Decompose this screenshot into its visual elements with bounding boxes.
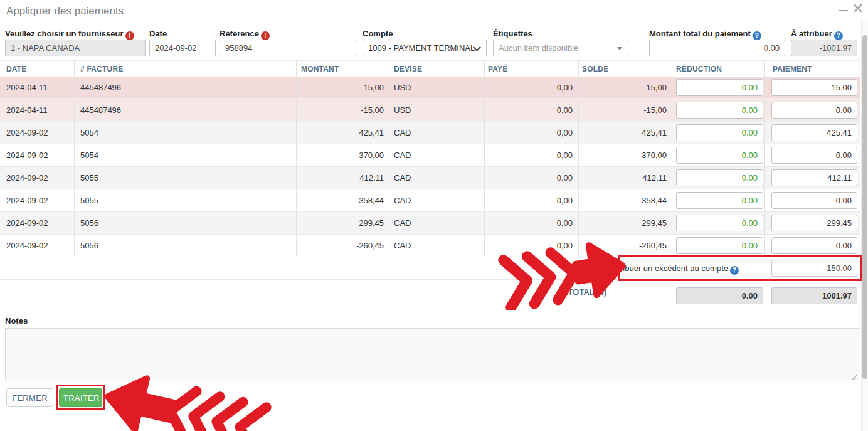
cell-paye: 0,00 (484, 77, 573, 99)
supplier-field (5, 40, 146, 56)
reduction-input[interactable] (676, 147, 763, 164)
table-row: 2024-09-02 5054 425,41 CAD 0,00 425,41 (0, 122, 860, 144)
help-icon[interactable]: ? (834, 31, 843, 40)
cell-solde: 299,45 (578, 212, 667, 235)
reduction-input[interactable] (676, 124, 763, 141)
cell-montant: 15,00 (301, 77, 384, 99)
cell-solde: -358,44 (578, 189, 667, 212)
account-label: Compte (363, 29, 393, 38)
total-row: TOTAL (4) (0, 280, 860, 309)
cell-facture: 445487496 (80, 77, 287, 99)
to-allocate-field (791, 40, 857, 56)
cell-devise: CAD (394, 167, 457, 189)
cell-date: 2024-09-02 (6, 144, 71, 167)
cell-montant: 299,45 (301, 212, 384, 235)
cell-solde: 425,41 (578, 122, 667, 144)
reduction-input[interactable] (676, 79, 763, 96)
page-title: Appliquer des paiements (6, 5, 124, 18)
surplus-input[interactable] (771, 260, 857, 277)
table-row: 2024-09-02 5055 -358,44 CAD 0,00 -358,44 (0, 189, 860, 212)
cell-date: 2024-09-02 (6, 235, 71, 257)
help-icon[interactable]: ? (730, 266, 739, 275)
total-reduction-field (676, 287, 763, 304)
cell-montant: -260,45 (301, 235, 384, 257)
cell-paye: 0,00 (484, 122, 573, 144)
paiement-input[interactable] (771, 215, 857, 231)
cell-facture: 5056 (80, 235, 287, 257)
cell-facture: 5056 (80, 212, 287, 235)
table-row: 2024-09-02 5056 -260,45 CAD 0,00 -260,45 (0, 235, 860, 257)
cell-montant: 412,11 (301, 167, 384, 189)
reference-field[interactable] (220, 40, 356, 56)
table-row: 2024-09-02 5055 412,11 CAD 0,00 412,11 (0, 167, 860, 189)
grid-line (389, 60, 389, 257)
cell-facture: 5054 (80, 144, 287, 167)
cell-devise: USD (394, 99, 457, 122)
cell-date: 2024-04-11 (6, 99, 71, 122)
cell-solde: -260,45 (578, 235, 667, 257)
account-select[interactable]: 1009 - PAYMENT TERMINAL (363, 40, 487, 56)
close-icon[interactable]: ✕ (850, 1, 865, 16)
paiement-input[interactable] (771, 147, 857, 164)
cell-date: 2024-09-02 (6, 167, 71, 189)
fermer-button[interactable]: FERMER (6, 388, 53, 407)
paiement-input[interactable] (771, 102, 857, 119)
reduction-input[interactable] (676, 215, 763, 231)
col-reduction: RÉDUCTION (676, 61, 722, 77)
table-bottom-border (0, 309, 860, 309)
table-row: 2024-09-02 5054 -370,00 CAD 0,00 -370,00 (0, 144, 860, 167)
cell-devise: CAD (394, 144, 457, 167)
cell-devise: CAD (394, 235, 457, 257)
cell-facture: 5054 (80, 122, 287, 144)
traiter-button[interactable]: TRAITER (59, 388, 102, 407)
required-icon: ! (125, 31, 134, 40)
grid-line (74, 60, 75, 257)
cell-montant: -15,00 (301, 99, 384, 122)
cell-montant: -370,00 (301, 144, 384, 167)
notes-textarea[interactable] (5, 328, 859, 381)
reduction-input[interactable] (676, 169, 763, 186)
surplus-row: Attribuer un excédent au compte? (0, 257, 860, 280)
cell-paye: 0,00 (484, 99, 573, 122)
paiement-input[interactable] (771, 237, 857, 254)
resize-handle-icon[interactable] (852, 375, 857, 380)
col-paiement: PAIEMENT (773, 61, 812, 77)
help-icon[interactable]: ? (753, 31, 761, 40)
cell-montant: 425,41 (301, 122, 384, 144)
tags-label: Étiquettes (493, 29, 532, 38)
paiement-input[interactable] (771, 169, 857, 186)
paiement-input[interactable] (771, 79, 857, 96)
cell-devise: CAD (394, 122, 457, 144)
table-row: 2024-04-11 445487496 -15,00 USD 0,00 -15… (0, 99, 860, 122)
col-date: DATE (6, 61, 27, 77)
tags-select: Aucun item disponible (493, 40, 628, 56)
cell-facture: 445487496 (80, 99, 287, 122)
total-amount-field[interactable] (649, 40, 785, 56)
reduction-input[interactable] (676, 102, 763, 119)
total-amount-label: Montant total du paiement? (649, 29, 761, 40)
to-allocate-label: À attribuer? (791, 29, 843, 40)
invoice-table-header: DATE # FACTURE MONTANT DEVISE PAYÉ SOLDE… (0, 60, 860, 78)
cell-devise: CAD (394, 212, 457, 235)
cell-date: 2024-09-02 (6, 212, 71, 235)
cell-devise: USD (394, 77, 457, 99)
table-row: 2024-04-11 445487496 15,00 USD 0,00 15,0… (0, 77, 860, 99)
reduction-input[interactable] (676, 237, 763, 254)
grid-line (578, 60, 579, 257)
paiement-input[interactable] (771, 124, 857, 141)
paiement-input[interactable] (771, 192, 857, 209)
total-paiement-field (771, 287, 857, 304)
date-field[interactable] (149, 40, 216, 56)
minimize-icon[interactable] (839, 10, 848, 11)
cell-paye: 0,00 (484, 189, 573, 212)
cell-date: 2024-09-02 (6, 189, 71, 212)
reduction-input[interactable] (676, 192, 763, 209)
cell-paye: 0,00 (484, 235, 573, 257)
col-paye: PAYÉ (488, 61, 508, 77)
date-label: Date (149, 29, 167, 38)
scrollbar-thumb[interactable] (862, 35, 867, 379)
cell-solde: -370,00 (578, 144, 667, 167)
col-devise: DEVISE (394, 61, 422, 77)
col-montant: MONTANT (301, 61, 339, 77)
cell-solde: 15,00 (578, 77, 667, 99)
